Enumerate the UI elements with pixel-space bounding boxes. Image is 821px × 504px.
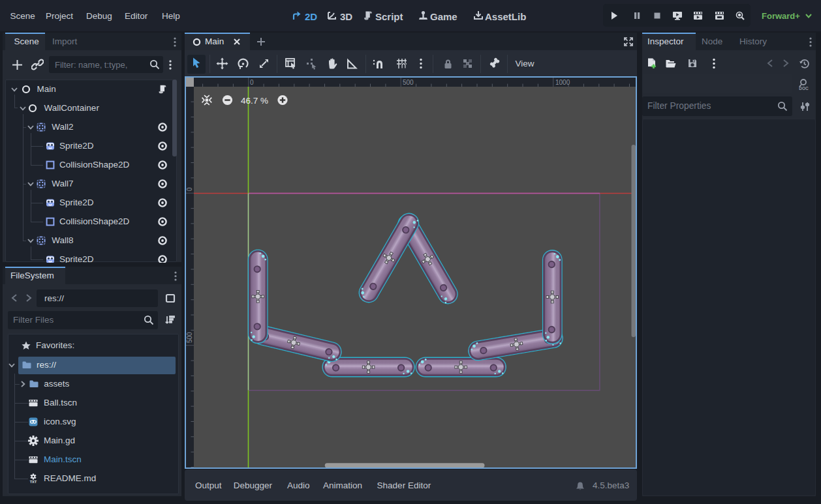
svg-text:TXT: TXT <box>29 480 37 484</box>
svg-text:1000: 1000 <box>555 79 570 86</box>
svg-text:0: 0 <box>250 79 254 86</box>
svg-text:500: 500 <box>403 79 414 86</box>
svg-text:46.7 %: 46.7 % <box>241 96 268 106</box>
svg-text:DOC: DOC <box>799 86 809 91</box>
svg-text:500: 500 <box>186 332 193 343</box>
svg-text:0: 0 <box>186 187 193 191</box>
